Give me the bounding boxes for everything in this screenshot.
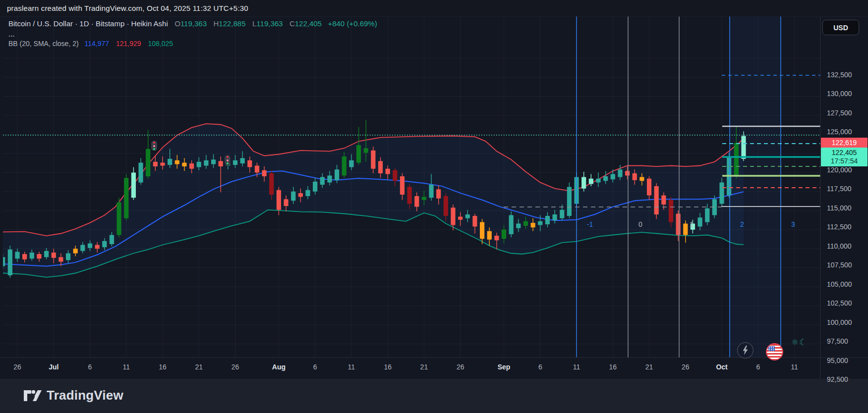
alert-price-label: 122,619	[821, 138, 868, 148]
price-tick: 102,500	[827, 299, 852, 307]
price-tick: 115,000	[827, 204, 852, 212]
price-chart-canvas[interactable]	[0, 16, 868, 379]
candle	[472, 216, 477, 227]
chart-legend: Bitcoin / U.S. Dollar · 1D · Bitstamp · …	[8, 19, 377, 48]
time-tick: 11	[573, 363, 580, 371]
candle	[378, 161, 383, 173]
more-indicators-ellipsis[interactable]: ...	[8, 31, 377, 38]
chart-plot-group[interactable]	[0, 16, 820, 363]
close-value: 122,405	[295, 19, 322, 28]
traffic-light-icon	[225, 155, 231, 165]
bb-indicator-row[interactable]: BB (20, SMA, close, 2) 114,977 121,929 1…	[8, 40, 377, 48]
price-tick: 127,500	[827, 109, 852, 117]
chart-area[interactable]: Bitcoin / U.S. Dollar · 1D · Bitstamp · …	[0, 16, 868, 379]
candle	[683, 223, 688, 235]
cycle-label: 3	[791, 220, 795, 228]
candle	[654, 186, 659, 214]
us-flag-canton	[768, 346, 775, 351]
time-tick: 6	[756, 363, 760, 371]
candle	[88, 243, 92, 248]
candle	[603, 176, 608, 181]
price-tick: 120,000	[827, 166, 852, 174]
candle	[545, 216, 550, 224]
candle	[22, 254, 27, 259]
current-price-label: 122,405 17:57:54	[821, 148, 868, 166]
candle	[487, 231, 492, 240]
candle	[80, 245, 85, 251]
time-tick: Sep	[498, 363, 511, 371]
candle	[567, 187, 572, 216]
candle	[625, 171, 630, 175]
candle	[458, 217, 463, 220]
candle	[523, 221, 528, 226]
theme-day-night-icon[interactable]: ☼☾	[791, 337, 807, 347]
candle	[596, 179, 600, 183]
currency-toggle-button[interactable]: USD	[822, 20, 859, 35]
candle	[298, 193, 303, 197]
candle	[138, 162, 143, 182]
candle	[647, 179, 651, 196]
cycle-label: -1	[587, 220, 593, 228]
time-tick: 16	[384, 363, 392, 371]
candle	[247, 160, 252, 167]
attribution-bar: praslearn created with TradingView.com, …	[0, 0, 868, 16]
price-tick: 97,500	[827, 337, 848, 345]
candle	[313, 182, 317, 192]
candle	[516, 223, 521, 228]
candle	[494, 236, 499, 240]
time-tick: 6	[88, 363, 92, 371]
symbol-title[interactable]: Bitcoin / U.S. Dollar · 1D · Bitstamp · …	[8, 19, 168, 28]
candle	[538, 221, 542, 225]
country-flag-button[interactable]	[766, 343, 783, 361]
candle	[131, 172, 136, 198]
candle	[349, 160, 353, 167]
time-tick: 16	[159, 363, 167, 371]
candle	[734, 143, 739, 176]
tradingview-brand[interactable]: TradingView	[23, 388, 123, 403]
bb-indicator-label[interactable]: BB (20, SMA, close, 2)	[8, 40, 79, 48]
tradingview-brand-text: TradingView	[47, 388, 123, 403]
close-label: C	[289, 19, 295, 28]
candle	[407, 187, 412, 204]
price-tick: 105,000	[827, 280, 852, 288]
time-tick: 6	[538, 363, 542, 371]
symbol-row[interactable]: Bitcoin / U.S. Dollar · 1D · Bitstamp · …	[8, 19, 377, 28]
time-tick: 26	[682, 363, 690, 371]
candle	[37, 254, 41, 258]
candle	[342, 156, 347, 175]
time-tick: 26	[457, 363, 464, 371]
candle	[436, 189, 441, 198]
candle	[197, 162, 201, 167]
candle	[284, 199, 288, 206]
candle	[669, 200, 673, 222]
candle	[58, 257, 63, 261]
candle	[15, 252, 19, 258]
candle	[509, 215, 514, 234]
candle	[204, 160, 208, 166]
time-tick: 11	[348, 363, 355, 371]
time-tick: Oct	[716, 363, 727, 371]
candle	[611, 174, 615, 179]
candle	[480, 222, 484, 239]
candle	[277, 190, 281, 210]
high-label: H	[213, 19, 219, 28]
current-price-value: 122,405	[832, 149, 857, 157]
candle	[364, 148, 368, 153]
price-tick: 130,000	[827, 90, 852, 98]
candle	[465, 214, 470, 218]
candle	[639, 177, 644, 181]
price-tick: 95,000	[827, 357, 848, 364]
candle	[676, 213, 681, 235]
candle	[305, 190, 310, 196]
candle	[117, 202, 121, 235]
candle	[698, 217, 702, 226]
price-tick: 107,500	[827, 261, 852, 269]
candle	[168, 159, 172, 165]
bb-middle-value: 114,977	[85, 40, 110, 48]
instant-order-button[interactable]	[737, 342, 753, 359]
candle	[124, 178, 128, 218]
cycle-label: 1	[690, 220, 694, 228]
candle	[553, 214, 557, 220]
bb-upper-value: 121,929	[116, 40, 141, 48]
candle	[44, 251, 49, 257]
